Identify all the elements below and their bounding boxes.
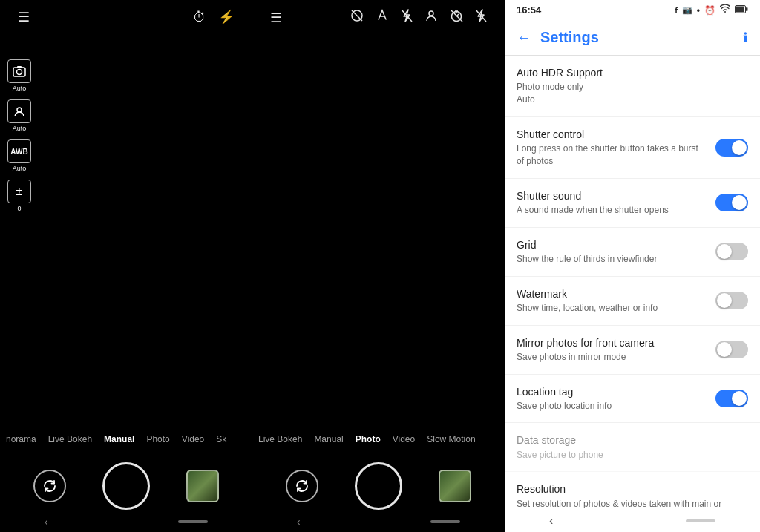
setting-shutter-sound[interactable]: Shutter sound A sound made when the shut… bbox=[505, 179, 760, 228]
settings-back-button[interactable]: ← bbox=[517, 29, 531, 46]
settings-nav-pill bbox=[686, 519, 715, 522]
right-mode-live-bokeh[interactable]: Live Bokeh bbox=[258, 434, 302, 444]
camera-mode-icon-4[interactable]: ± 0 bbox=[7, 180, 31, 212]
watermark-toggle[interactable] bbox=[715, 292, 748, 309]
setting-shutter-control[interactable]: Shutter control Long press on the shutte… bbox=[505, 117, 760, 179]
right-shutter-button[interactable] bbox=[355, 462, 402, 510]
setting-auto-hdr[interactable]: Auto HDR Support Photo mode only Auto bbox=[505, 56, 760, 117]
setting-data-storage-name: Data storage bbox=[517, 433, 739, 447]
alarm-icon: ⏰ bbox=[704, 5, 715, 16]
setting-location-tag[interactable]: Location tag Save photo location info bbox=[505, 375, 760, 424]
right-mode-slow-motion[interactable]: Slow Motion bbox=[427, 434, 475, 444]
flash-off-icon[interactable]: ⚡ bbox=[218, 9, 235, 25]
setting-shutter-control-desc: Long press on the shutter button takes a… bbox=[517, 142, 707, 168]
setting-resolution-desc: Set resolution of photos & videos taken … bbox=[517, 498, 739, 508]
right-portrait-icon[interactable] bbox=[425, 9, 438, 26]
dot-icon: • bbox=[697, 5, 700, 16]
left-camera-panel: ☰ ⏱ ⚡ Auto Auto bbox=[0, 0, 252, 532]
shutter-sound-toggle[interactable] bbox=[715, 194, 748, 211]
setting-location-tag-text: Location tag Save photo location info bbox=[517, 385, 715, 413]
setting-resolution-text: Resolution Set resolution of photos & vi… bbox=[517, 482, 748, 508]
right-nav-back-arrow[interactable]: ‹ bbox=[297, 516, 301, 528]
right-photo-thumbnail[interactable] bbox=[439, 470, 471, 502]
setting-grid-desc: Show the rule of thirds in viewfinder bbox=[517, 253, 707, 266]
camera-icon-box-3: AWB bbox=[7, 139, 31, 163]
location-tag-toggle[interactable] bbox=[715, 390, 748, 407]
wifi-icon bbox=[720, 4, 730, 16]
right-cam-bottom bbox=[252, 462, 505, 510]
rotate-camera-button[interactable] bbox=[33, 470, 66, 502]
right-flash-off-icon[interactable] bbox=[401, 9, 413, 26]
settings-nav-back[interactable]: ‹ bbox=[549, 514, 553, 528]
setting-mirror-photos-text: Mirror photos for front camera Save phot… bbox=[517, 336, 715, 364]
left-nav-back-arrow[interactable]: ‹ bbox=[45, 516, 48, 528]
right-menu-icon[interactable]: ☰ bbox=[270, 10, 282, 26]
timer-off-icon[interactable]: ⏱ bbox=[193, 10, 206, 25]
right-mode-manual[interactable]: Manual bbox=[314, 434, 343, 444]
fb-icon: f bbox=[675, 6, 678, 15]
insta-icon: 📷 bbox=[682, 5, 692, 15]
svg-rect-2 bbox=[17, 66, 22, 68]
setting-watermark-desc: Show time, location, weather or info bbox=[517, 302, 707, 315]
right-effect-icon[interactable] bbox=[376, 9, 389, 26]
menu-icon[interactable]: ☰ bbox=[18, 9, 30, 25]
svg-rect-17 bbox=[736, 6, 744, 12]
camera-icon-box-2 bbox=[7, 99, 31, 123]
mirror-photos-toggle[interactable] bbox=[715, 341, 748, 358]
right-flash-icon[interactable] bbox=[475, 9, 487, 26]
svg-point-8 bbox=[429, 11, 433, 16]
left-side-icons: Auto Auto AWB Auto ± 0 bbox=[7, 59, 31, 212]
camera-mode-icon-3[interactable]: AWB Auto bbox=[7, 139, 31, 172]
setting-data-storage: Data storage Save picture to phone bbox=[505, 423, 760, 472]
left-nav-bottom: ‹ bbox=[0, 516, 252, 528]
camera-mode-icon-1[interactable]: Auto bbox=[7, 59, 31, 92]
setting-grid[interactable]: Grid Show the rule of thirds in viewfind… bbox=[505, 228, 760, 277]
setting-auto-hdr-text: Auto HDR Support Photo mode only Auto bbox=[517, 66, 748, 106]
grid-toggle[interactable] bbox=[715, 243, 748, 260]
setting-watermark-text: Watermark Show time, location, weather o… bbox=[517, 287, 715, 315]
settings-info-button[interactable]: ℹ bbox=[743, 30, 748, 46]
camera-mode-icon-2[interactable]: Auto bbox=[7, 99, 31, 132]
right-viewfinder bbox=[252, 0, 505, 532]
setting-resolution[interactable]: Resolution Set resolution of photos & vi… bbox=[505, 472, 760, 508]
shutter-button[interactable] bbox=[102, 462, 150, 510]
setting-mirror-photos[interactable]: Mirror photos for front camera Save phot… bbox=[505, 326, 760, 375]
svg-point-1 bbox=[17, 70, 22, 75]
battery-icon bbox=[735, 5, 748, 16]
setting-data-storage-desc: Save picture to phone bbox=[517, 449, 739, 462]
svg-point-3 bbox=[17, 108, 22, 112]
right-nav-bottom: ‹ bbox=[252, 516, 505, 528]
right-mode-photo[interactable]: Photo bbox=[356, 434, 381, 444]
setting-shutter-control-text: Shutter control Long press on the shutte… bbox=[517, 128, 715, 168]
right-mode-video[interactable]: Video bbox=[393, 434, 415, 444]
setting-auto-hdr-name: Auto HDR Support bbox=[517, 66, 739, 79]
svg-rect-16 bbox=[746, 7, 748, 11]
setting-watermark[interactable]: Watermark Show time, location, weather o… bbox=[505, 277, 760, 326]
right-nav-pill bbox=[430, 520, 460, 523]
right-toolbar-icons bbox=[350, 9, 487, 26]
mode-manual[interactable]: Manual bbox=[104, 434, 134, 444]
left-toolbar: ☰ ⏱ ⚡ bbox=[0, 0, 252, 34]
mode-photo[interactable]: Photo bbox=[146, 434, 169, 444]
setting-grid-text: Grid Show the rule of thirds in viewfind… bbox=[517, 238, 715, 266]
settings-title: Settings bbox=[540, 29, 734, 46]
right-timer-icon[interactable] bbox=[450, 9, 463, 26]
left-cam-bottom bbox=[0, 462, 252, 510]
left-mode-strip: norama Live Bokeh Manual Photo Video Sk bbox=[0, 428, 252, 450]
shutter-control-toggle[interactable] bbox=[715, 139, 748, 157]
settings-header: ← Settings ℹ bbox=[505, 20, 760, 56]
photo-thumbnail[interactable] bbox=[186, 470, 219, 502]
right-camera-panel: ☰ bbox=[252, 0, 505, 532]
mode-live-bokeh[interactable]: Live Bokeh bbox=[48, 434, 92, 444]
mode-norama[interactable]: norama bbox=[6, 434, 36, 444]
mode-sk[interactable]: Sk bbox=[216, 434, 226, 444]
camera-label-4: 0 bbox=[17, 205, 21, 212]
mode-video[interactable]: Video bbox=[182, 434, 204, 444]
right-auto-icon[interactable] bbox=[350, 9, 364, 26]
setting-mirror-photos-name: Mirror photos for front camera bbox=[517, 336, 707, 349]
setting-auto-hdr-desc: Photo mode only Auto bbox=[517, 81, 739, 106]
camera-label-2: Auto bbox=[13, 125, 27, 132]
settings-bottom-nav: ‹ bbox=[505, 508, 760, 532]
setting-resolution-name: Resolution bbox=[517, 482, 739, 496]
right-rotate-camera-button[interactable] bbox=[286, 470, 318, 502]
